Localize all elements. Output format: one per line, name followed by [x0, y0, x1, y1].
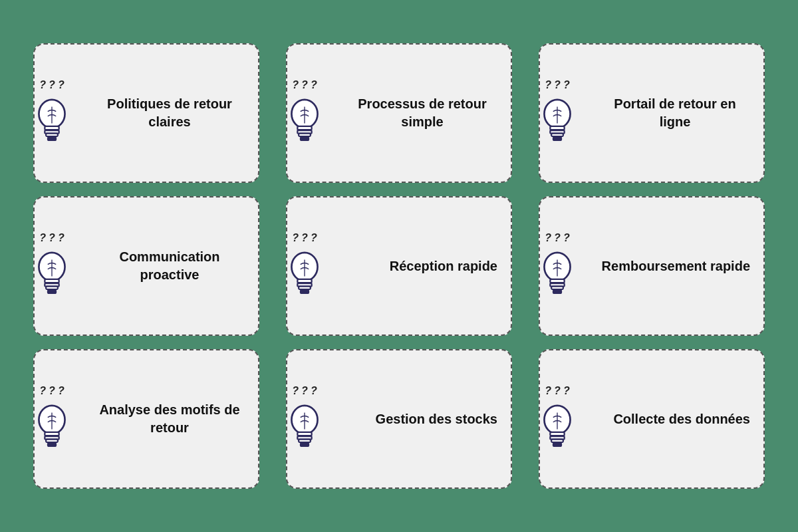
- svg-rect-19: [45, 279, 59, 283]
- bulb-icon-gestion: [281, 400, 329, 453]
- bulb-container-portail: ? ? ?: [533, 79, 581, 147]
- card-reception: ? ? ? Ré: [286, 196, 512, 336]
- card-gestion: ? ? ? Ge: [286, 349, 512, 489]
- bulb-icon-communication: [28, 247, 76, 300]
- card-collecte: ? ? ? Co: [539, 349, 765, 489]
- card-label-reception: Réception rapide: [390, 257, 497, 275]
- card-label-gestion: Gestion des stocks: [376, 410, 497, 428]
- bulb-icon-remboursement: [533, 247, 581, 300]
- svg-rect-16: [553, 136, 562, 141]
- bulb-container-remboursement: ? ? ?: [533, 232, 581, 300]
- svg-rect-51: [551, 440, 563, 442]
- svg-rect-3: [46, 134, 58, 136]
- card-label-portail: Portail de retour en ligne: [600, 95, 750, 131]
- question-marks-communication: ? ? ?: [39, 232, 64, 244]
- card-label-processus: Processus de retour simple: [347, 95, 497, 131]
- bulb-container-collecte: ? ? ?: [533, 385, 581, 453]
- svg-rect-4: [47, 136, 57, 141]
- bulb-container-processus: ? ? ?: [281, 79, 329, 147]
- svg-rect-15: [551, 134, 563, 136]
- svg-rect-33: [551, 287, 563, 289]
- svg-rect-13: [550, 126, 564, 130]
- svg-rect-22: [47, 289, 57, 294]
- question-marks-portail: ? ? ?: [545, 79, 569, 91]
- card-analyse: ? ? ? An: [33, 349, 259, 489]
- cards-grid: ? ? ? Po: [33, 43, 765, 489]
- svg-rect-49: [550, 432, 564, 436]
- question-marks-politiques: ? ? ?: [39, 79, 64, 91]
- question-marks-gestion: ? ? ?: [292, 385, 317, 397]
- svg-rect-52: [553, 442, 562, 447]
- card-label-remboursement: Remboursement rapide: [602, 257, 750, 275]
- bulb-icon-portail: [533, 94, 581, 147]
- bulb-icon-analyse: [28, 400, 76, 453]
- svg-rect-27: [299, 287, 311, 289]
- svg-rect-9: [299, 134, 311, 136]
- svg-rect-40: [47, 442, 57, 447]
- bulb-container-gestion: ? ? ?: [281, 385, 329, 453]
- card-label-politiques: Politiques de retour claires: [94, 95, 245, 131]
- question-marks-collecte: ? ? ?: [545, 385, 569, 397]
- bulb-icon-reception: [281, 247, 329, 300]
- bulb-container-reception: ? ? ?: [281, 232, 329, 300]
- svg-rect-34: [553, 289, 562, 294]
- card-portail: ? ? ? Po: [539, 43, 765, 183]
- question-marks-analyse: ? ? ?: [39, 385, 64, 397]
- card-label-collecte: Collecte des données: [613, 410, 750, 428]
- svg-rect-25: [297, 279, 311, 283]
- bulb-icon-politiques: [28, 94, 76, 147]
- svg-rect-31: [550, 279, 564, 283]
- svg-rect-45: [299, 440, 311, 442]
- card-politiques: ? ? ? Po: [33, 43, 259, 183]
- bulb-container-analyse: ? ? ?: [28, 385, 76, 453]
- question-marks-remboursement: ? ? ?: [545, 232, 569, 244]
- svg-rect-28: [300, 289, 309, 294]
- card-remboursement: ? ? ? Re: [539, 196, 765, 336]
- svg-rect-43: [297, 432, 311, 436]
- bulb-icon-processus: [281, 94, 329, 147]
- card-communication: ? ? ? Co: [33, 196, 259, 336]
- svg-rect-37: [45, 432, 59, 436]
- svg-rect-1: [45, 126, 59, 130]
- svg-rect-46: [300, 442, 309, 447]
- card-label-analyse: Analyse des motifs de retour: [94, 401, 245, 437]
- bulb-container-politiques: ? ? ?: [28, 79, 76, 147]
- card-processus: ? ? ? Pr: [286, 43, 512, 183]
- svg-rect-7: [297, 126, 311, 130]
- svg-rect-10: [300, 136, 309, 141]
- card-label-communication: Communication proactive: [94, 248, 245, 284]
- bulb-icon-collecte: [533, 400, 581, 453]
- svg-rect-21: [46, 287, 58, 289]
- question-marks-processus: ? ? ?: [292, 79, 317, 91]
- question-marks-reception: ? ? ?: [292, 232, 317, 244]
- svg-rect-39: [46, 440, 58, 442]
- bulb-container-communication: ? ? ?: [28, 232, 76, 300]
